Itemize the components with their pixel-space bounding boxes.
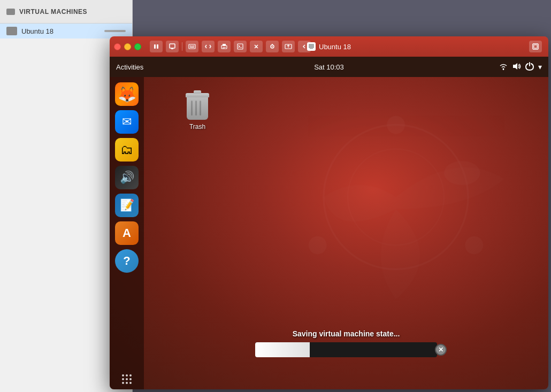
traffic-light-close[interactable] <box>114 43 121 50</box>
dock-writer[interactable] <box>115 194 139 217</box>
vm-titlebar: Ubuntu 18 <box>110 36 548 57</box>
svg-rect-7 <box>193 45 194 47</box>
activities-button[interactable]: Activities <box>116 63 143 71</box>
svg-rect-23 <box>534 45 537 48</box>
svg-rect-21 <box>310 48 313 49</box>
code-button[interactable] <box>202 41 215 52</box>
trash-body <box>187 97 208 120</box>
grid-dot <box>126 382 128 384</box>
ubuntu-desktop: Trash Saving virtual machine state... ✕ <box>144 77 548 389</box>
traffic-light-maximize[interactable] <box>134 43 141 50</box>
ubuntu-topbar: Activities Sat 10:03 <box>110 57 548 77</box>
sound-icon[interactable] <box>512 63 521 72</box>
vm-title-text: Ubuntu 18 <box>319 43 351 51</box>
svg-rect-1 <box>157 44 158 49</box>
ubuntu-content: Activities Sat 10:03 <box>110 57 548 389</box>
save-progress-container: ✕ <box>255 342 437 357</box>
trash-lid <box>186 93 209 97</box>
vm-expand-button[interactable] <box>529 41 542 52</box>
dock-files[interactable] <box>115 138 139 162</box>
trash-label: Trash <box>189 123 205 130</box>
dock-thunderbird[interactable] <box>115 110 139 134</box>
grid-dot <box>129 378 132 380</box>
ubuntu-topbar-right: ▾ <box>499 62 542 72</box>
grid-dot <box>126 378 128 380</box>
vm-toolbar <box>150 41 311 52</box>
sidebar-header: VIRTUAL MACHINES <box>0 0 132 24</box>
trash-icon[interactable]: Trash <box>176 93 219 130</box>
keyboard-button[interactable] <box>186 41 198 52</box>
grid-dot <box>129 374 132 376</box>
vm-item-icon <box>6 27 17 35</box>
vm-header-icon <box>6 9 15 15</box>
ubuntu-clock: Sat 10:03 <box>314 63 344 71</box>
trash-line <box>200 101 201 116</box>
topbar-dropdown-icon[interactable]: ▾ <box>538 63 542 71</box>
svg-rect-5 <box>190 45 191 47</box>
grid-dot <box>129 382 132 384</box>
save-cancel-button[interactable]: ✕ <box>435 344 447 356</box>
traffic-light-minimize[interactable] <box>124 43 131 50</box>
svg-rect-6 <box>192 45 193 47</box>
usb-button[interactable] <box>266 41 279 52</box>
grid-dot <box>122 378 124 380</box>
terminal-button[interactable] <box>234 41 247 52</box>
display-button[interactable] <box>166 41 179 52</box>
vm-title: Ubuntu 18 <box>307 42 351 51</box>
svg-rect-8 <box>190 47 194 48</box>
screen-button[interactable] <box>282 41 295 52</box>
svg-point-30 <box>503 68 504 70</box>
svg-rect-13 <box>238 44 243 49</box>
svg-rect-0 <box>154 44 156 49</box>
svg-rect-10 <box>223 44 226 46</box>
save-state-message: Saving virtual machine state... <box>293 329 400 338</box>
grid-dot <box>122 382 124 384</box>
grid-dot <box>122 374 124 376</box>
sidebar-title: VIRTUAL MACHINES <box>19 8 87 16</box>
power-icon[interactable] <box>525 62 534 72</box>
svg-marker-31 <box>513 63 517 70</box>
dock-apps-grid[interactable] <box>122 374 132 384</box>
vm-window: Ubuntu 18 <box>110 36 548 389</box>
sidebar-item-label: Ubuntu 18 <box>21 27 53 35</box>
vm-title-icon <box>307 42 316 51</box>
trash-graphic <box>185 93 210 121</box>
svg-point-16 <box>272 46 273 47</box>
svg-rect-20 <box>309 44 314 48</box>
save-state-dialog: Saving virtual machine state... ✕ <box>250 329 442 357</box>
bluetooth-button[interactable] <box>250 41 263 52</box>
svg-rect-12 <box>223 48 225 49</box>
svg-rect-11 <box>223 47 226 48</box>
svg-rect-3 <box>171 48 173 49</box>
dock-firefox[interactable] <box>115 82 139 106</box>
ubuntu-dock <box>110 77 144 389</box>
svg-rect-2 <box>170 44 175 48</box>
network-icon[interactable] <box>499 63 508 72</box>
print-button[interactable] <box>218 41 231 52</box>
save-progress-bar <box>255 342 310 357</box>
pause-button[interactable] <box>150 41 163 52</box>
svg-rect-4 <box>189 44 195 49</box>
dock-appstore[interactable] <box>115 221 139 245</box>
sidebar-item-slider <box>104 30 126 32</box>
dock-help[interactable] <box>115 249 139 273</box>
toolbar-separator <box>182 42 182 51</box>
dock-sound[interactable] <box>115 166 139 189</box>
grid-dot <box>126 374 128 376</box>
